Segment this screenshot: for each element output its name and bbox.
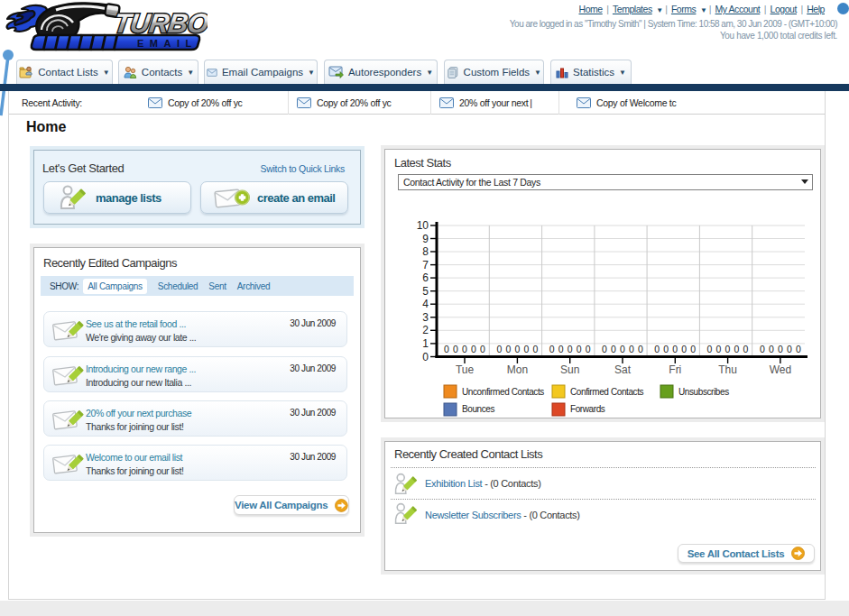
svg-text:0: 0 (422, 351, 429, 363)
svg-text:0: 0 (523, 344, 529, 354)
svg-text:0: 0 (471, 344, 476, 354)
svg-text:0: 0 (654, 344, 660, 354)
svg-text:0: 0 (558, 344, 564, 354)
svg-text:0: 0 (514, 344, 520, 354)
svg-text:Confirmed Contacts: Confirmed Contacts (570, 387, 644, 397)
svg-text:Unconfirmed Contacts: Unconfirmed Contacts (462, 387, 544, 397)
svg-text:10: 10 (417, 219, 429, 232)
svg-text:0: 0 (586, 344, 591, 354)
svg-text:0: 0 (577, 344, 582, 354)
svg-text:0: 0 (568, 344, 573, 354)
svg-text:Tue: Tue (456, 363, 475, 376)
svg-text:Thu: Thu (718, 363, 737, 376)
svg-text:Wed: Wed (770, 363, 791, 376)
svg-text:0: 0 (505, 344, 511, 354)
svg-text:0: 0 (743, 344, 749, 354)
svg-text:Bounces: Bounces (462, 404, 495, 414)
svg-text:0: 0 (532, 344, 538, 354)
svg-text:0: 0 (629, 344, 634, 354)
svg-text:Fri: Fri (669, 363, 681, 376)
svg-text:0: 0 (690, 344, 696, 354)
svg-text:0: 0 (602, 344, 607, 354)
svg-text:0: 0 (796, 344, 801, 354)
svg-text:0: 0 (769, 344, 774, 354)
svg-text:Sat: Sat (614, 363, 632, 376)
svg-text:4: 4 (422, 298, 429, 310)
svg-text:8: 8 (422, 245, 429, 258)
svg-text:0: 0 (620, 344, 625, 354)
svg-text:0: 0 (496, 344, 502, 354)
svg-text:6: 6 (422, 271, 429, 284)
svg-text:0: 0 (453, 344, 458, 354)
svg-text:9: 9 (422, 233, 429, 245)
svg-text:0: 0 (611, 344, 616, 354)
svg-text:7: 7 (422, 259, 429, 271)
svg-text:0: 0 (663, 344, 669, 354)
svg-text:0: 0 (681, 344, 687, 354)
svg-text:0: 0 (444, 344, 449, 354)
svg-text:0: 0 (638, 344, 643, 354)
svg-text:0: 0 (725, 344, 731, 354)
svg-text:TURBO: TURBO (112, 8, 208, 38)
svg-text:0: 0 (734, 344, 740, 354)
svg-text:0: 0 (707, 344, 713, 354)
svg-text:0: 0 (480, 344, 485, 354)
svg-text:0: 0 (549, 344, 555, 354)
svg-text:Mon: Mon (507, 363, 528, 376)
svg-text:0: 0 (778, 344, 783, 354)
svg-text:3: 3 (422, 311, 429, 324)
svg-text:1: 1 (422, 337, 429, 350)
svg-text:Unsubscribes: Unsubscribes (678, 387, 729, 397)
svg-text:Forwards: Forwards (570, 404, 605, 414)
svg-text:Sun: Sun (560, 363, 579, 376)
svg-text:EMAIL: EMAIL (137, 38, 198, 49)
svg-text:0: 0 (672, 344, 678, 354)
svg-text:5: 5 (422, 285, 429, 298)
svg-text:0: 0 (787, 344, 792, 354)
svg-text:0: 0 (716, 344, 722, 354)
svg-text:2: 2 (422, 324, 429, 336)
svg-text:0: 0 (462, 344, 467, 354)
svg-text:0: 0 (760, 344, 765, 354)
